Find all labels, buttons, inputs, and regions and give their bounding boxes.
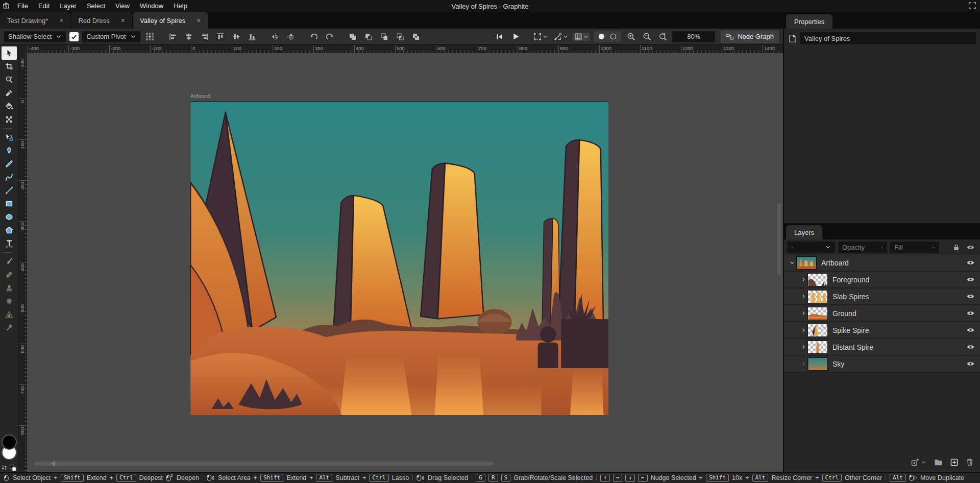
flip-horizontal-button[interactable]: [269, 31, 281, 43]
menu-file[interactable]: File: [12, 0, 33, 12]
boolean-union-button[interactable]: [347, 31, 359, 43]
select-tool[interactable]: [2, 46, 17, 60]
swap-colors-icon[interactable]: [1, 464, 8, 471]
pivot-grid-widget[interactable]: [144, 31, 156, 43]
document-tab-3[interactable]: Valley of Spires×: [133, 12, 208, 29]
chevron-right-icon[interactable]: [799, 361, 807, 367]
flip-vertical-button[interactable]: [285, 31, 297, 43]
menu-edit[interactable]: Edit: [33, 0, 55, 12]
brush-tool[interactable]: [2, 255, 17, 268]
gradient-tool[interactable]: [2, 113, 17, 126]
layer-visibility-eye-icon[interactable]: [966, 292, 975, 301]
layer-row-artboard[interactable]: Artboard: [784, 255, 980, 272]
tab-layers[interactable]: Layers: [786, 225, 822, 239]
zoom-reset-button[interactable]: [656, 31, 669, 43]
document-name-field[interactable]: Valley of Spires: [800, 32, 976, 44]
grid-dropdown[interactable]: [573, 33, 590, 41]
menu-view[interactable]: View: [110, 0, 135, 12]
vertical-scrollbar-thumb[interactable]: [777, 203, 781, 275]
document-tab-2[interactable]: Red Dress×: [71, 12, 132, 29]
align-horizontal-center-button[interactable]: [183, 31, 195, 43]
align-vertical-center-button[interactable]: [230, 31, 242, 43]
layer-row-distant-spire[interactable]: Distant Spire: [784, 339, 980, 356]
chevron-right-icon[interactable]: [799, 344, 807, 350]
align-right-button[interactable]: [199, 31, 211, 43]
menu-select[interactable]: Select: [82, 0, 110, 12]
zoom-in-button[interactable]: [625, 31, 637, 43]
artboard-artwork[interactable]: [190, 101, 608, 415]
menu-layer[interactable]: Layer: [55, 0, 82, 12]
fullscreen-icon[interactable]: [969, 2, 977, 10]
snapping-dropdown[interactable]: [553, 33, 570, 41]
menu-window[interactable]: Window: [135, 0, 168, 12]
chevron-right-icon[interactable]: [799, 327, 807, 333]
new-layer-button[interactable]: [950, 458, 958, 466]
pen-tool[interactable]: [2, 144, 17, 157]
zoom-out-button[interactable]: [641, 31, 653, 43]
turn-cw-button[interactable]: [324, 31, 336, 43]
boolean-subtract-front-button[interactable]: [362, 31, 375, 43]
play-button[interactable]: [509, 31, 522, 43]
boolean-intersect-button[interactable]: [394, 31, 406, 43]
align-left-button[interactable]: [167, 31, 179, 43]
tab-close-icon[interactable]: ×: [57, 16, 65, 25]
clone-tool[interactable]: [2, 281, 17, 295]
artboard-tool[interactable]: [2, 60, 17, 73]
text-tool[interactable]: [2, 237, 17, 250]
fill-field[interactable]: Fill -: [890, 242, 939, 253]
relight-tool[interactable]: [2, 321, 17, 334]
polygon-tool[interactable]: [2, 224, 17, 237]
fill-tool[interactable]: [2, 100, 17, 113]
navigate-tool[interactable]: [2, 73, 17, 86]
overlays-toggle[interactable]: [594, 31, 621, 42]
layer-row-spike-spire[interactable]: Spike Spire: [784, 322, 980, 339]
layer-visibility-eye-icon[interactable]: [966, 359, 975, 368]
viewport-canvas[interactable]: -400-300-200-100010020030040050060070080…: [19, 45, 783, 472]
path-tool[interactable]: [2, 131, 17, 144]
horizontal-scrollbar-thumb[interactable]: [34, 462, 494, 466]
chevron-right-icon[interactable]: [799, 310, 807, 316]
selection-mode-dropdown[interactable]: Shallow Select: [4, 31, 66, 42]
menu-help[interactable]: Help: [168, 0, 192, 12]
align-top-button[interactable]: [214, 31, 227, 43]
layer-row-slab-spires[interactable]: Slab Spires: [784, 288, 980, 305]
layer-visibility-eye-icon[interactable]: [966, 326, 975, 334]
chevron-down-icon[interactable]: [788, 260, 796, 266]
freehand-tool[interactable]: [2, 157, 17, 171]
eye-icon[interactable]: [966, 243, 975, 252]
ellipse-tool[interactable]: [2, 210, 17, 224]
delete-layer-button[interactable]: [966, 458, 974, 466]
reset-colors-icon[interactable]: [10, 465, 16, 471]
node-graph-button[interactable]: Node Graph: [721, 31, 779, 43]
detail-tool[interactable]: [2, 308, 17, 321]
line-tool[interactable]: [2, 184, 17, 197]
tab-close-icon[interactable]: ×: [119, 16, 127, 25]
patch-tool[interactable]: [2, 295, 17, 308]
skip-to-start-button[interactable]: [494, 31, 506, 43]
new-folder-button[interactable]: [934, 458, 943, 467]
turn-ccw-button[interactable]: [308, 31, 320, 43]
scroll-left-arrow[interactable]: [51, 461, 55, 467]
align-bottom-button[interactable]: [246, 31, 258, 43]
opacity-field[interactable]: Opacity -: [838, 242, 887, 253]
tab-close-icon[interactable]: ×: [194, 16, 203, 25]
layer-visibility-eye-icon[interactable]: [966, 258, 975, 267]
layer-row-ground[interactable]: Ground: [784, 305, 980, 322]
pivot-checkbox[interactable]: [69, 32, 79, 41]
document-tab-1[interactable]: Test Drawing*×: [0, 12, 70, 29]
layer-visibility-eye-icon[interactable]: [966, 275, 975, 284]
zoom-level-field[interactable]: 80%: [672, 31, 715, 42]
blend-mode-dropdown[interactable]: -: [787, 242, 835, 253]
layer-row-sky[interactable]: Sky: [784, 356, 980, 373]
chevron-right-icon[interactable]: [799, 294, 807, 299]
new-layer-menu-button[interactable]: [911, 458, 926, 466]
boolean-subtract-back-button[interactable]: [378, 31, 390, 43]
eyedropper-tool[interactable]: [2, 86, 17, 100]
boolean-difference-button[interactable]: [410, 31, 422, 43]
layer-visibility-eye-icon[interactable]: [966, 343, 975, 351]
heal-tool[interactable]: [2, 268, 17, 281]
spline-tool[interactable]: [2, 171, 17, 184]
layer-visibility-eye-icon[interactable]: [966, 309, 975, 318]
rectangle-tool[interactable]: [2, 197, 17, 210]
fill-color-swatch[interactable]: [2, 434, 17, 450]
